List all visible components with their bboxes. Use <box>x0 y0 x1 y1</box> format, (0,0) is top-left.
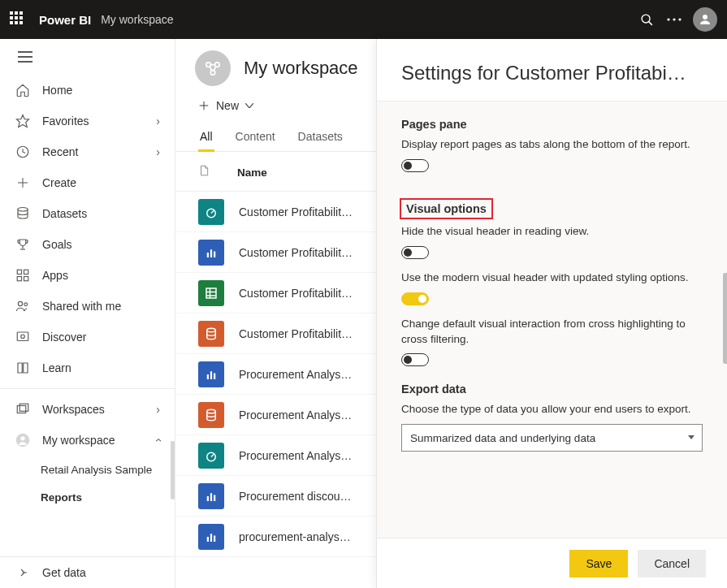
dashboard-tile-icon <box>198 199 224 225</box>
nav-create[interactable]: Create <box>0 167 175 198</box>
nav-shared[interactable]: Shared with me <box>0 291 175 322</box>
nav-favorites[interactable]: Favorites › <box>0 106 175 136</box>
item-name: Customer Profitabilit… <box>239 205 353 218</box>
apps-icon <box>15 268 31 283</box>
nav-getdata[interactable]: Get data <box>0 557 175 588</box>
hamburger-icon[interactable] <box>0 39 175 75</box>
nav-apps[interactable]: Apps <box>0 260 175 291</box>
plus-icon <box>15 176 31 189</box>
nav-workspaces[interactable]: Workspaces › <box>0 394 175 425</box>
item-name: Procurement discou… <box>239 490 352 503</box>
chevron-right-icon: › <box>156 115 160 128</box>
avatar[interactable] <box>693 7 717 32</box>
nav-goals[interactable]: Goals <box>0 229 175 260</box>
section-pages-pane: Pages pane <box>401 118 703 131</box>
svg-rect-19 <box>24 277 28 281</box>
svg-rect-40 <box>210 249 212 257</box>
nav-label: Favorites <box>42 115 89 128</box>
nav-label: Workspaces <box>42 403 105 416</box>
svg-line-32 <box>210 67 212 71</box>
nav-label: Discover <box>42 331 86 344</box>
svg-point-4 <box>678 18 681 20</box>
tab-all[interactable]: All <box>198 123 214 151</box>
database-icon <box>15 206 31 221</box>
hide-header-toggle[interactable] <box>401 246 429 259</box>
modern-header-toggle[interactable] <box>401 292 429 305</box>
report-tile-icon <box>198 483 224 509</box>
export-desc: Choose the type of data you allow your e… <box>401 402 703 417</box>
svg-rect-25 <box>19 404 28 411</box>
tab-content[interactable]: Content <box>234 123 277 151</box>
new-label: New <box>216 99 239 112</box>
nav-label: Get data <box>42 566 86 579</box>
dashboard-tile-icon <box>198 443 224 469</box>
svg-point-29 <box>206 63 210 67</box>
panel-title: Settings for Customer Profitabi… <box>377 39 727 101</box>
chevron-right-icon: › <box>156 145 160 158</box>
nav-label: My workspace <box>42 434 115 447</box>
svg-rect-49 <box>214 373 215 379</box>
nav-label: Apps <box>42 269 68 282</box>
svg-rect-54 <box>210 493 212 501</box>
svg-line-1 <box>648 21 651 24</box>
svg-rect-42 <box>206 288 216 298</box>
scrollbar-thumb[interactable] <box>171 441 175 499</box>
panel-scrollbar[interactable] <box>723 273 727 364</box>
visual-opt2-desc: Use the modern visual header with update… <box>401 270 703 286</box>
svg-rect-47 <box>207 374 209 379</box>
svg-rect-48 <box>210 371 212 379</box>
clock-icon <box>15 145 31 159</box>
nav-label: Goals <box>42 238 72 251</box>
chevron-down-icon <box>245 103 253 108</box>
nav-learn[interactable]: Learn <box>0 352 175 383</box>
svg-rect-39 <box>207 253 209 257</box>
more-icon[interactable] <box>660 6 688 33</box>
svg-line-33 <box>214 67 216 71</box>
nav-label: Home <box>42 84 72 97</box>
getdata-icon <box>15 566 31 579</box>
workspace-breadcrumb[interactable]: My workspace <box>101 13 173 26</box>
dataset-tile-icon <box>198 402 224 428</box>
visual-opt1-desc: Hide the visual header in reading view. <box>401 224 703 240</box>
compass-icon <box>15 330 31 344</box>
people-icon <box>15 299 31 313</box>
file-icon <box>198 163 210 181</box>
svg-rect-17 <box>24 270 28 274</box>
section-visual-options: Visual options <box>401 200 491 218</box>
nav-sub-reports[interactable]: Reports <box>0 483 175 511</box>
section-export: Export data <box>401 383 703 396</box>
dataset-tile-icon <box>198 321 224 347</box>
pages-pane-toggle[interactable] <box>401 159 429 172</box>
svg-point-27 <box>20 436 24 440</box>
workspace-title: My workspace <box>244 58 358 79</box>
search-icon[interactable] <box>633 6 660 33</box>
workspace-avatar-icon <box>195 50 231 86</box>
svg-rect-41 <box>214 251 215 257</box>
item-name: Customer Profitabilit… <box>239 287 353 300</box>
svg-rect-22 <box>17 332 28 341</box>
nav-myworkspace[interactable]: My workspace › <box>0 425 175 456</box>
svg-rect-58 <box>214 535 215 542</box>
nav-discover[interactable]: Discover <box>0 322 175 352</box>
nav-sub-retail[interactable]: Retail Analysis Sample <box>0 456 175 483</box>
cross-filter-toggle[interactable] <box>401 353 429 366</box>
app-launcher-icon[interactable] <box>10 11 26 28</box>
svg-rect-18 <box>17 277 21 281</box>
brand-label: Power BI <box>39 13 91 27</box>
tab-datasets[interactable]: Datasets <box>296 123 344 151</box>
svg-point-50 <box>207 409 216 413</box>
nav-recent[interactable]: Recent › <box>0 136 175 167</box>
save-button[interactable]: Save <box>569 550 628 577</box>
svg-point-5 <box>703 15 708 19</box>
svg-point-23 <box>21 335 25 339</box>
star-icon <box>15 114 31 128</box>
nav-home[interactable]: Home <box>0 75 175 106</box>
export-select[interactable]: Summarized data and underlying data <box>401 424 703 452</box>
svg-point-2 <box>667 18 669 20</box>
cancel-button[interactable]: Cancel <box>638 550 706 577</box>
settings-panel: Settings for Customer Profitabi… Pages p… <box>376 39 727 588</box>
home-icon <box>15 83 31 97</box>
svg-marker-9 <box>17 115 29 128</box>
column-name[interactable]: Name <box>237 166 267 179</box>
nav-datasets[interactable]: Datasets <box>0 198 175 229</box>
